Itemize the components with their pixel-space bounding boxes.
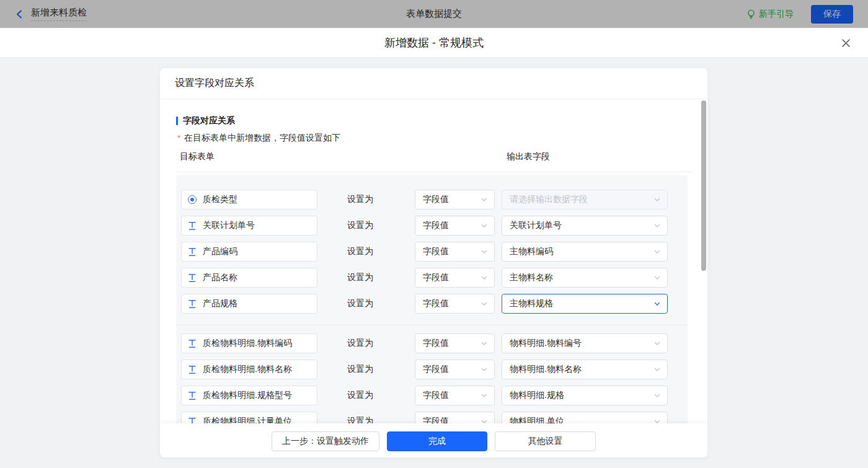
back-chevron-icon[interactable] <box>15 9 25 19</box>
value-type-select[interactable]: 字段值 <box>415 294 495 314</box>
modal-title: 新增数据 - 常规模式 <box>384 35 484 50</box>
output-field-select[interactable]: 物料明细.规格 <box>502 386 668 405</box>
target-field-chip[interactable]: 质检物料明细.规格型号 <box>181 386 317 405</box>
target-field-label: 质检物料明细.计量单位 <box>203 416 292 423</box>
mapping-rows-panel: 质检类型 设置为 字段值 请选择输出数据字段 <box>176 175 688 423</box>
output-field-select[interactable]: 物料明细.物料编号 <box>502 333 668 353</box>
target-field-label: 质检类型 <box>203 194 237 205</box>
section-title: 字段对应关系 <box>176 115 235 126</box>
chevron-down-icon <box>480 340 488 347</box>
value-type-select[interactable]: 字段值 <box>415 412 495 423</box>
output-field-select-focused[interactable]: 主物料规格 <box>502 294 668 314</box>
mapping-row: 质检物料明细.物料编码 设置为 字段值 物料明细.物料编号 <box>176 333 688 353</box>
mapping-row: 关联计划单号 设置为 字段值 关联计划单号 <box>176 216 688 236</box>
topbar-actions: 新手引导 保存 <box>746 0 853 28</box>
set-as-label: 设置为 <box>347 294 373 314</box>
field-mapping-card: 设置字段对应关系 字段对应关系 * 在目标表单中新增数据，字段值设置如下 目标表… <box>160 68 707 457</box>
output-field-select[interactable]: 关联计划单号 <box>502 216 668 236</box>
set-as-label: 设置为 <box>347 360 373 379</box>
value-type-text: 字段值 <box>423 220 449 231</box>
text-field-icon <box>188 299 197 309</box>
column-target-form: 目标表单 <box>180 151 215 162</box>
output-field-select[interactable]: 主物料编码 <box>502 242 668 262</box>
column-headers: 目标表单 输出表字段 <box>160 151 707 165</box>
note-text: 在目标表单中新增数据，字段值设置如下 <box>184 133 340 144</box>
text-field-icon <box>188 247 197 257</box>
output-field-placeholder: 请选择输出数据字段 <box>510 194 588 205</box>
workflow-title[interactable]: 新增来料质检 <box>31 7 87 21</box>
text-field-icon <box>188 273 197 283</box>
set-as-label: 设置为 <box>347 333 373 353</box>
value-type-select[interactable]: 字段值 <box>415 360 495 379</box>
output-field-value: 物料明细.规格 <box>510 390 564 401</box>
modal-header: 新增数据 - 常规模式 <box>0 28 868 58</box>
value-type-select[interactable]: 字段值 <box>415 216 495 236</box>
other-settings-button[interactable]: 其他设置 <box>495 431 596 451</box>
text-field-icon <box>188 339 197 348</box>
value-type-text: 字段值 <box>423 298 449 309</box>
target-field-label: 质检物料明细.规格型号 <box>203 390 292 401</box>
output-field-select[interactable]: 请选择输出数据字段 <box>502 190 668 210</box>
done-button[interactable]: 完成 <box>387 431 487 451</box>
output-field-value: 主物料规格 <box>510 298 553 309</box>
previous-step-button[interactable]: 上一步：设置触发动作 <box>272 431 379 451</box>
back-nav[interactable]: 新增来料质检 <box>0 7 87 21</box>
chevron-down-icon <box>653 300 661 307</box>
output-field-value: 物料明细.物料编号 <box>510 338 582 349</box>
output-field-value: 物料明细.物料名称 <box>510 364 582 375</box>
mapping-row: 产品规格 设置为 字段值 主物料规格 <box>176 294 688 314</box>
value-type-select[interactable]: 字段值 <box>415 386 495 405</box>
output-field-select[interactable]: 主物料名称 <box>502 268 668 288</box>
chevron-down-icon <box>480 392 488 399</box>
target-field-label: 产品名称 <box>203 272 237 283</box>
section-title-text: 字段对应关系 <box>183 115 235 126</box>
mapping-row: 产品编码 设置为 字段值 主物料编码 <box>176 242 688 262</box>
target-field-chip[interactable]: 质检物料明细.物料编码 <box>181 333 317 353</box>
target-field-chip[interactable]: 产品名称 <box>181 268 317 288</box>
output-field-value: 主物料名称 <box>510 272 553 283</box>
value-type-select[interactable]: 字段值 <box>415 333 495 353</box>
target-field-chip[interactable]: 质检物料明细.物料名称 <box>181 360 317 379</box>
scrollbar-thumb[interactable] <box>701 100 706 271</box>
set-as-label: 设置为 <box>347 412 373 423</box>
chevron-down-icon <box>480 248 488 255</box>
chevron-down-icon <box>653 366 661 373</box>
header-divider <box>176 172 691 172</box>
beginner-guide-link[interactable]: 新手引导 <box>746 9 794 20</box>
topbar: 新增来料质检 表单数据提交 新手引导 保存 <box>0 0 868 28</box>
target-field-label: 产品规格 <box>203 298 237 309</box>
target-field-chip[interactable]: 质检类型 <box>181 190 317 210</box>
output-field-select[interactable]: 物料明细.单位 <box>502 412 668 423</box>
chevron-down-icon <box>653 196 661 203</box>
value-type-select[interactable]: 字段值 <box>415 242 495 262</box>
output-field-value: 关联计划单号 <box>510 220 562 231</box>
text-field-icon <box>188 365 197 374</box>
chevron-down-icon <box>653 392 661 399</box>
chevron-down-icon <box>480 366 488 373</box>
chevron-down-icon <box>653 248 661 255</box>
output-field-value: 物料明细.单位 <box>510 416 564 423</box>
target-field-chip[interactable]: 关联计划单号 <box>181 216 317 236</box>
target-field-label: 质检物料明细.物料编码 <box>203 338 292 349</box>
page: 新增来料质检 表单数据提交 新手引导 保存 新增数据 - 常规模式 设置字段对应… <box>0 0 868 468</box>
target-field-chip[interactable]: 质检物料明细.计量单位 <box>181 412 317 423</box>
node-title: 表单数据提交 <box>0 0 868 28</box>
value-type-select[interactable]: 字段值 <box>415 190 495 210</box>
column-output-fields: 输出表字段 <box>507 151 550 162</box>
value-type-select[interactable]: 字段值 <box>415 268 495 288</box>
target-field-chip[interactable]: 产品编码 <box>181 242 317 262</box>
close-icon[interactable] <box>839 37 852 49</box>
chevron-down-icon <box>480 274 488 281</box>
card-header-title: 设置字段对应关系 <box>160 68 707 99</box>
card-footer: 上一步：设置触发动作 完成 其他设置 <box>160 423 707 457</box>
output-field-select[interactable]: 物料明细.物料名称 <box>502 360 668 379</box>
save-button[interactable]: 保存 <box>811 5 853 24</box>
target-field-label: 产品编码 <box>203 246 237 257</box>
text-field-icon <box>188 391 197 400</box>
value-type-text: 字段值 <box>423 272 449 283</box>
target-field-label: 质检物料明细.物料名称 <box>203 364 292 375</box>
chevron-down-icon <box>653 274 661 281</box>
target-field-chip[interactable]: 产品规格 <box>181 294 317 314</box>
set-as-label: 设置为 <box>347 190 373 210</box>
value-type-text: 字段值 <box>423 246 449 257</box>
